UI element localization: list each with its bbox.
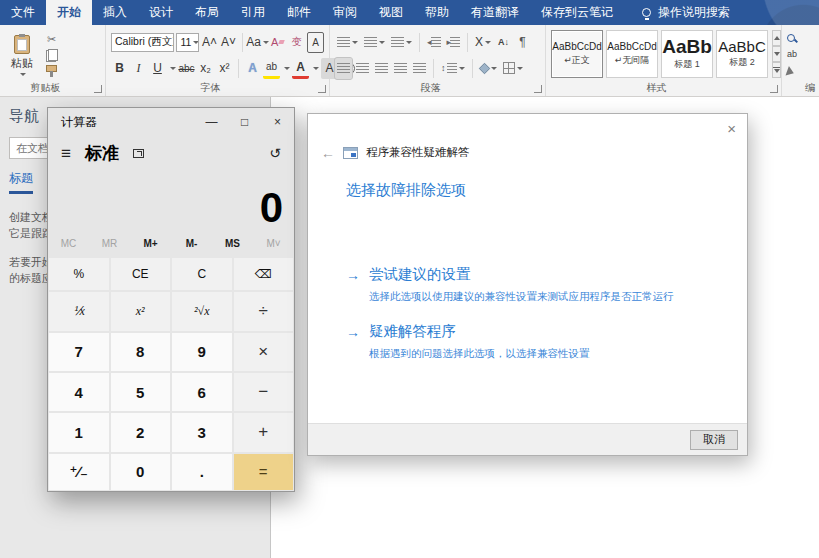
key-clear[interactable]: C bbox=[172, 258, 232, 290]
key-9[interactable]: 9 bbox=[172, 333, 232, 371]
key-8[interactable]: 8 bbox=[111, 333, 171, 371]
font-size-combo[interactable]: 11 bbox=[176, 33, 199, 52]
multilevel-list-button[interactable] bbox=[389, 32, 414, 53]
tab-file[interactable]: 文件 bbox=[0, 0, 46, 25]
text-effects-button[interactable]: A bbox=[244, 58, 261, 79]
dropdown-caret-icon[interactable] bbox=[284, 67, 290, 70]
style-card-normal[interactable]: AaBbCcDd ↵正文 bbox=[551, 30, 603, 78]
italic-button[interactable]: I bbox=[130, 58, 147, 79]
paste-button[interactable]: 粘贴 bbox=[5, 29, 39, 81]
key-percent[interactable]: % bbox=[49, 258, 109, 290]
character-border-button[interactable]: A bbox=[307, 32, 324, 53]
strikethrough-button[interactable]: abc bbox=[178, 58, 195, 79]
memory-add-button[interactable]: M+ bbox=[130, 238, 171, 249]
key-square[interactable]: x² bbox=[111, 292, 171, 330]
key-negate[interactable]: ⁺∕₋ bbox=[49, 454, 109, 490]
maximize-button[interactable]: □ bbox=[228, 108, 261, 136]
style-card-heading1[interactable]: AaBb 标题 1 bbox=[661, 30, 713, 78]
key-3[interactable]: 3 bbox=[172, 413, 232, 451]
phonetic-guide-button[interactable]: 变 bbox=[288, 32, 305, 53]
tell-me-search[interactable]: 操作说明搜索 bbox=[642, 0, 730, 25]
back-arrow-icon[interactable]: ← bbox=[321, 146, 335, 160]
style-card-no-spacing[interactable]: AaBbCcDd ↵无间隔 bbox=[606, 30, 658, 78]
tab-design[interactable]: 设计 bbox=[138, 0, 184, 25]
underline-button[interactable]: U bbox=[149, 58, 166, 79]
dialog-close-icon[interactable]: × bbox=[727, 121, 736, 136]
change-case-button[interactable]: Aa bbox=[248, 32, 267, 53]
gallery-down-button[interactable] bbox=[772, 46, 781, 62]
memory-subtract-button[interactable]: M- bbox=[171, 238, 212, 249]
hamburger-menu-icon[interactable]: ≡ bbox=[61, 145, 71, 162]
key-6[interactable]: 6 bbox=[172, 373, 232, 411]
tab-insert[interactable]: 插入 bbox=[92, 0, 138, 25]
nav-tab-headings[interactable]: 标题 bbox=[9, 170, 33, 194]
key-multiply[interactable]: × bbox=[234, 333, 294, 371]
tab-help[interactable]: 帮助 bbox=[414, 0, 460, 25]
shrink-font-button[interactable]: A˅ bbox=[220, 32, 237, 53]
key-add[interactable]: + bbox=[234, 413, 294, 451]
font-dialog-launcher[interactable] bbox=[318, 85, 326, 93]
key-clear-entry[interactable]: CE bbox=[111, 258, 171, 290]
key-1[interactable]: 1 bbox=[49, 413, 109, 451]
styles-dialog-launcher[interactable] bbox=[770, 85, 778, 93]
dropdown-caret-icon[interactable] bbox=[313, 67, 319, 70]
clear-formatting-button[interactable]: A bbox=[269, 32, 286, 53]
find-button[interactable] bbox=[787, 29, 819, 46]
borders-button[interactable] bbox=[501, 58, 525, 79]
sort-button[interactable]: A↓ bbox=[495, 32, 512, 53]
style-card-heading2[interactable]: AaBbC 标题 2 bbox=[716, 30, 768, 78]
highlight-color-button[interactable]: ab bbox=[263, 58, 280, 79]
increase-indent-button[interactable]: ▸ bbox=[445, 32, 463, 53]
memory-clear-button[interactable]: MC bbox=[48, 238, 89, 249]
numbering-button[interactable] bbox=[362, 32, 387, 53]
subscript-button[interactable]: x₂ bbox=[197, 58, 214, 79]
key-divide[interactable]: ÷ bbox=[234, 292, 294, 330]
cut-button[interactable]: ✂ bbox=[43, 31, 60, 47]
tab-review[interactable]: 审阅 bbox=[322, 0, 368, 25]
key-equals[interactable]: = bbox=[234, 454, 294, 490]
key-5[interactable]: 5 bbox=[111, 373, 171, 411]
bullets-button[interactable] bbox=[335, 32, 360, 53]
key-4[interactable]: 4 bbox=[49, 373, 109, 411]
show-hide-marks-button[interactable]: ¶ bbox=[514, 32, 531, 53]
font-color-button[interactable]: A bbox=[292, 58, 309, 79]
format-painter-button[interactable] bbox=[43, 63, 60, 79]
close-button[interactable]: × bbox=[261, 108, 294, 136]
justify-button[interactable] bbox=[392, 58, 409, 79]
select-button[interactable] bbox=[787, 63, 819, 80]
clipboard-dialog-launcher[interactable] bbox=[94, 85, 102, 93]
key-backspace[interactable]: ⌫ bbox=[234, 258, 294, 290]
keep-on-top-icon[interactable] bbox=[133, 149, 144, 158]
replace-button[interactable]: ab bbox=[787, 46, 819, 63]
key-7[interactable]: 7 bbox=[49, 333, 109, 371]
key-0[interactable]: 0 bbox=[111, 454, 171, 490]
key-reciprocal[interactable]: ⅟x bbox=[49, 292, 109, 330]
memory-flyout-button[interactable]: M˅ bbox=[253, 238, 294, 249]
memory-store-button[interactable]: MS bbox=[212, 238, 253, 249]
align-right-button[interactable] bbox=[373, 58, 390, 79]
tab-layout[interactable]: 布局 bbox=[184, 0, 230, 25]
memory-recall-button[interactable]: MR bbox=[89, 238, 130, 249]
align-left-button[interactable] bbox=[335, 58, 352, 79]
shading-button[interactable] bbox=[478, 58, 499, 79]
asian-layout-button[interactable]: X bbox=[473, 32, 493, 53]
align-center-button[interactable] bbox=[354, 58, 371, 79]
paragraph-dialog-launcher[interactable] bbox=[534, 85, 542, 93]
copy-button[interactable] bbox=[43, 47, 60, 63]
minimize-button[interactable]: — bbox=[195, 108, 228, 136]
superscript-button[interactable]: x² bbox=[216, 58, 233, 79]
cancel-button[interactable]: 取消 bbox=[690, 430, 738, 450]
font-name-combo[interactable]: Calibri (西文正文 bbox=[111, 33, 174, 52]
tab-home[interactable]: 开始 bbox=[46, 0, 92, 25]
tab-mailings[interactable]: 邮件 bbox=[276, 0, 322, 25]
line-spacing-button[interactable]: ↕ bbox=[439, 58, 467, 79]
dropdown-caret-icon[interactable] bbox=[170, 67, 176, 70]
gallery-more-button[interactable] bbox=[772, 62, 781, 78]
key-decimal[interactable]: . bbox=[172, 454, 232, 490]
tab-youdao-translate[interactable]: 有道翻译 bbox=[460, 0, 530, 25]
option-troubleshoot-program[interactable]: → 疑难解答程序 根据遇到的问题选择此选项，以选择兼容性设置 bbox=[346, 322, 590, 361]
option-try-recommended[interactable]: → 尝试建议的设置 选择此选项以使用建议的兼容性设置来测试应用程序是否正常运行 bbox=[346, 265, 674, 304]
tab-view[interactable]: 视图 bbox=[368, 0, 414, 25]
key-subtract[interactable]: − bbox=[234, 373, 294, 411]
distribute-button[interactable] bbox=[411, 58, 428, 79]
